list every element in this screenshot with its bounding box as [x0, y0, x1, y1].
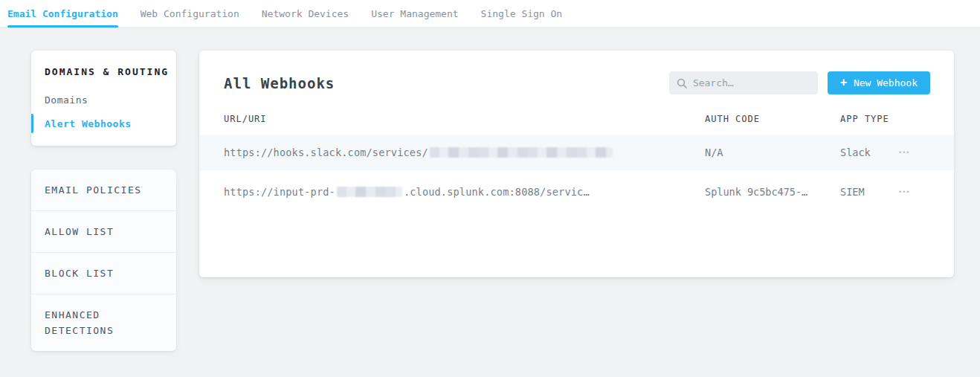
webhooks-panel: All Webhooks + New Webhook URL/URI — [199, 51, 954, 277]
sidebar-item-domains[interactable]: Domains — [31, 88, 176, 112]
column-header-url: URL/URI — [224, 114, 705, 124]
redacted-url-segment — [337, 187, 402, 197]
top-nav: Email Configuration Web Configuration Ne… — [0, 0, 980, 28]
row-actions-menu-icon[interactable]: ••• — [897, 186, 912, 199]
tab-web-configuration[interactable]: Web Configuration — [141, 0, 239, 28]
page-title: All Webhooks — [224, 75, 335, 91]
tab-network-devices[interactable]: Network Devices — [262, 0, 349, 28]
header-actions: + New Webhook — [669, 71, 930, 94]
webhooks-header: All Webhooks + New Webhook — [199, 51, 954, 112]
sidebar-item-alert-webhooks[interactable]: Alert Webhooks — [31, 112, 176, 135]
sidebar-item-allow-list[interactable]: ALLOW LIST — [31, 211, 176, 253]
page-body: DOMAINS & ROUTING Domains Alert Webhooks… — [0, 28, 980, 351]
domains-routing-card: DOMAINS & ROUTING Domains Alert Webhooks — [31, 51, 176, 146]
url-text: https://hooks.slack.com/services/ — [224, 146, 428, 158]
column-header-app-type: APP TYPE — [840, 114, 897, 124]
row-actions-menu-icon[interactable]: ••• — [897, 146, 912, 159]
app-type-cell: Slack — [840, 146, 897, 158]
sidebar-item-email-policies[interactable]: EMAIL POLICIES — [31, 170, 176, 211]
webhook-url-cell: https://input-prd-.cloud.splunk.com:8088… — [224, 186, 705, 198]
tab-single-sign-on[interactable]: Single Sign On — [481, 0, 563, 28]
new-webhook-button[interactable]: + New Webhook — [828, 71, 930, 94]
table-row: https://hooks.slack.com/services/ N/A Sl… — [199, 135, 954, 170]
column-header-auth-code: AUTH CODE — [705, 114, 840, 124]
sidebar-sections: EMAIL POLICIES ALLOW LIST BLOCK LIST ENH… — [31, 170, 176, 351]
tab-user-management[interactable]: User Management — [371, 0, 458, 28]
auth-code-cell: Splunk 9c5bc475-… — [705, 186, 840, 198]
search-box — [669, 71, 818, 94]
url-text: https://input-prd- — [224, 186, 335, 198]
auth-code-cell: N/A — [705, 146, 840, 158]
search-input[interactable] — [693, 77, 810, 88]
redacted-url-segment — [430, 147, 613, 158]
search-icon — [677, 78, 687, 88]
webhook-url-cell: https://hooks.slack.com/services/ — [224, 146, 705, 158]
webhooks-table: URL/URI AUTH CODE APP TYPE https://hooks… — [199, 112, 954, 213]
plus-icon: + — [840, 77, 847, 88]
domains-routing-title: DOMAINS & ROUTING — [31, 67, 176, 77]
sidebar-item-block-list[interactable]: BLOCK LIST — [31, 253, 176, 294]
url-text-suffix: .cloud.splunk.com:8088/servic… — [404, 186, 590, 198]
app-type-cell: SIEM — [840, 186, 897, 198]
table-header-row: URL/URI AUTH CODE APP TYPE — [199, 112, 954, 135]
sidebar-item-enhanced-detections[interactable]: ENHANCED DETECTIONS — [31, 294, 176, 351]
new-webhook-label: New Webhook — [854, 77, 918, 88]
tab-email-configuration[interactable]: Email Configuration — [7, 0, 118, 28]
table-row: https://input-prd-.cloud.splunk.com:8088… — [199, 170, 954, 213]
sidebar: DOMAINS & ROUTING Domains Alert Webhooks… — [31, 51, 176, 351]
